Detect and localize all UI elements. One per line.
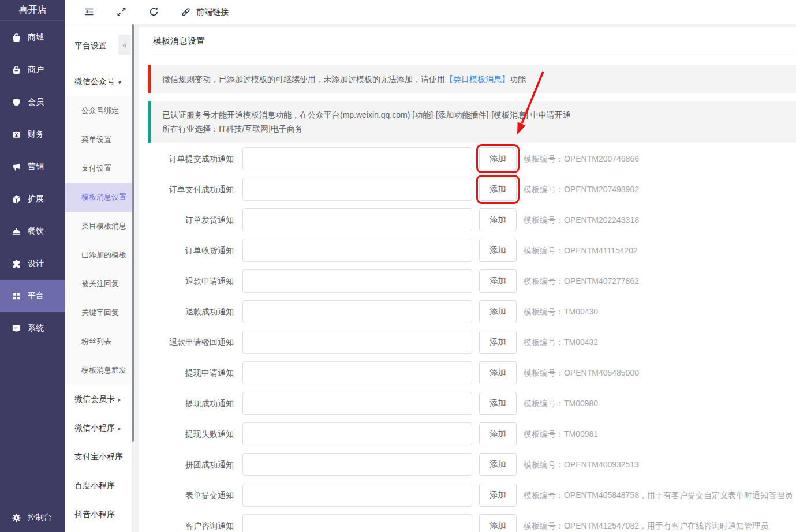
template-number-value: OPENTM207498902	[564, 185, 639, 194]
catering-icon	[12, 227, 21, 237]
add-button[interactable]: 添加	[479, 300, 517, 323]
submenu-item[interactable]: 微信公众号 ▾	[65, 68, 134, 96]
submenu-item[interactable]: 百度小程序	[65, 471, 134, 500]
sidebar-item[interactable]: 商户	[0, 54, 65, 86]
main-sidebar: 喜开店 商城 商户 会员 财务 营销 扩展 餐饮	[0, 0, 65, 532]
sidebar-item[interactable]: 营销	[0, 151, 65, 183]
submenu-item[interactable]: 公众号绑定	[65, 96, 134, 125]
template-number: 模板编号：TM00432	[524, 331, 598, 354]
main-content: 模板消息设置 微信规则变动，已添加过模板的可继续使用，未添加过模板的无法添加，请…	[139, 27, 796, 532]
submenu-arrow-icon: ▾	[118, 79, 121, 85]
template-id-input[interactable]	[242, 178, 472, 201]
app-logo: 喜开店	[0, 0, 65, 21]
submenu-item[interactable]: 关键字回复	[65, 298, 134, 327]
template-number: 模板编号：OPENTM405848758，用于有客户提交自定义表单时通知管理员	[524, 484, 793, 507]
refresh-icon[interactable]	[148, 6, 159, 17]
sidebar-item[interactable]: 系统	[0, 312, 65, 344]
submenu-item-label: 微信小程序	[74, 423, 115, 433]
submenu-item[interactable]: 粉丝列表	[65, 327, 134, 356]
template-id-input[interactable]	[242, 300, 472, 323]
template-id-input[interactable]	[242, 484, 472, 507]
add-button[interactable]: 添加	[479, 331, 517, 354]
submenu-item[interactable]: 微信小程序 ▸	[65, 414, 134, 443]
submenu-scrollbar-thumb[interactable]	[132, 24, 134, 442]
template-row: 订单支付成功通知 添加 模板编号：OPENTM207498902	[148, 178, 796, 208]
submenu-item[interactable]: 支付宝小程序	[65, 443, 134, 471]
submenu-item-label: 百度小程序	[74, 481, 115, 491]
template-id-input[interactable]	[242, 331, 472, 354]
template-id-input[interactable]	[242, 422, 472, 445]
notice-line-1: 已认证服务号才能开通模板消息功能，在公众平台(mp.weixin.qq.com)…	[162, 108, 796, 122]
add-button[interactable]: 添加	[479, 147, 517, 170]
sidebar-item[interactable]: 平台	[0, 280, 65, 312]
sidebar-item[interactable]: 设计	[0, 248, 65, 280]
template-row: 提现成功通知 添加 模板编号：TM00980	[148, 392, 796, 422]
template-id-input[interactable]	[242, 514, 472, 532]
row-label: 客户咨询通知	[148, 514, 234, 532]
add-button[interactable]: 添加	[479, 361, 517, 384]
submenu-arrow-icon: ▸	[118, 425, 121, 432]
template-id-input[interactable]	[242, 392, 472, 415]
submenu-item-label: 微信会员卡	[74, 394, 115, 404]
row-label: 提现成功通知	[148, 392, 234, 415]
collapse-submenu-button[interactable]: «	[118, 35, 131, 55]
add-button[interactable]: 添加	[479, 453, 517, 476]
submenu-item-label: 类目模板消息	[81, 221, 126, 231]
sidebar-item[interactable]: 扩展	[0, 183, 65, 215]
service-account-notice: 已认证服务号才能开通模板消息功能，在公众平台(mp.weixin.qq.com)…	[148, 101, 796, 143]
fullscreen-icon[interactable]	[116, 6, 127, 17]
submenu-item[interactable]: 模板消息群发	[65, 356, 134, 385]
sidebar-item-label: 平台	[28, 291, 44, 301]
submenu-item[interactable]: 菜单设置	[65, 125, 134, 154]
template-number: 模板编号：TM00980	[524, 392, 598, 415]
template-id-input[interactable]	[242, 361, 472, 384]
sidebar-item[interactable]: 会员	[0, 86, 65, 118]
sidebar-item-label: 营销	[28, 162, 44, 172]
template-number-value: OPENTM411154202	[564, 246, 638, 255]
row-label: 订单提交成功通知	[148, 147, 234, 170]
template-number-value: TM00981	[564, 429, 598, 439]
add-button[interactable]: 添加	[479, 514, 517, 532]
submenu-item[interactable]: 微信会员卡 ▸	[65, 385, 134, 414]
add-button[interactable]: 添加	[479, 239, 517, 262]
notice-line-2: 所在行业选择：IT科技/互联网|电子商务	[162, 122, 796, 136]
template-number: 模板编号：OPENTM202243318	[524, 208, 639, 231]
submenu-item[interactable]: 被关注回复	[65, 269, 134, 298]
add-button[interactable]: 添加	[479, 269, 517, 293]
submenu-item[interactable]: 类目模板消息	[65, 212, 134, 241]
template-number: 模板编号：OPENTM411154202	[524, 239, 638, 262]
sidebar-item[interactable]: 餐饮	[0, 215, 65, 248]
mall-icon	[12, 33, 21, 43]
frontend-link[interactable]: 前端链接	[181, 7, 229, 17]
template-row: 提现申请通知 添加 模板编号：OPENTM405485000	[148, 361, 796, 392]
gear-icon	[12, 513, 21, 523]
add-button[interactable]: 添加	[479, 484, 517, 507]
add-button[interactable]: 添加	[479, 392, 517, 415]
template-number: 模板编号：OPENTM405485000	[524, 361, 639, 384]
add-button[interactable]: 添加	[479, 208, 517, 231]
submenu-item[interactable]: 模板消息设置	[65, 183, 134, 212]
add-button[interactable]: 添加	[479, 422, 517, 445]
platform-icon	[12, 291, 21, 301]
template-id-input[interactable]	[242, 147, 472, 170]
link-icon	[181, 7, 191, 17]
template-id-input[interactable]	[242, 208, 472, 231]
sidebar-item[interactable]: 财务	[0, 118, 65, 151]
collapse-menu-icon[interactable]	[84, 6, 95, 17]
submenu-item[interactable]: 抖音小程序	[65, 500, 134, 529]
category-template-link[interactable]: 【类目模板消息】	[445, 74, 510, 84]
submenu-item-label: 粉丝列表	[81, 336, 111, 347]
sidebar-item[interactable]: 商城	[0, 21, 65, 54]
submenu-list: 微信公众号 ▾ 公众号绑定 菜单设置 支付设置 模板消息设置 类目模板消息 已添…	[65, 68, 134, 529]
merchant-icon	[12, 65, 21, 75]
template-row: 表单提交通知 添加 模板编号：OPENTM405848758，用于有客户提交自定…	[148, 484, 796, 514]
submenu-item[interactable]: 已添加的模板	[65, 241, 134, 269]
template-id-input[interactable]	[242, 453, 472, 476]
template-number-value: OPENTM407277862	[564, 276, 639, 286]
submenu-item[interactable]: 支付设置	[65, 154, 134, 183]
template-id-input[interactable]	[242, 239, 472, 262]
add-button[interactable]: 添加	[479, 178, 517, 201]
template-row: 退款成功通知 添加 模板编号：TM00430	[148, 300, 796, 331]
sidebar-item-console[interactable]: 控制台	[0, 503, 65, 532]
template-id-input[interactable]	[242, 269, 472, 293]
